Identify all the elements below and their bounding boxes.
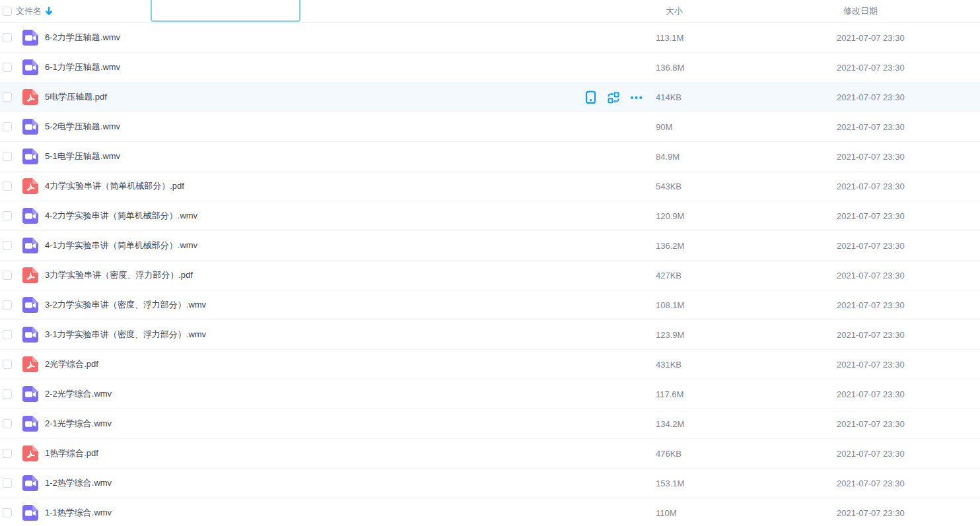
- file-name-link[interactable]: 2-1光学综合.wmv: [45, 418, 112, 430]
- table-row[interactable]: 6-2力学压轴题.wmv: [0, 23, 980, 53]
- file-size: 136.8M: [656, 63, 684, 73]
- file-date: 2021-07-07 23:30: [837, 211, 905, 221]
- file-size: 120.9M: [656, 211, 684, 221]
- video-file-icon: [22, 118, 39, 135]
- table-row[interactable]: 4-1力学实验串讲（简单机械部分）.wmv: [0, 231, 980, 261]
- column-header-size[interactable]: 大小: [666, 5, 683, 17]
- table-row[interactable]: 3力学实验串讲（密度、浮力部分）.pdf: [0, 261, 980, 290]
- file-list-page: 文件名 大小 修改日期 6-2力学压轴题.wmv: [0, 0, 980, 526]
- file-size: 113.1M: [656, 33, 683, 43]
- file-size: 110M: [656, 508, 677, 518]
- file-name-link[interactable]: 1-1热学综合.wmv: [45, 507, 112, 519]
- file-name-link[interactable]: 1-2热学综合.wmv: [45, 477, 112, 489]
- row-actions: [584, 82, 643, 112]
- table-row[interactable]: 1-2热学综合.wmv: [0, 469, 980, 498]
- pdf-file-icon: [22, 88, 39, 106]
- row-checkbox[interactable]: [3, 449, 12, 458]
- file-date: 2021-07-07 23:30: [837, 300, 905, 310]
- file-name-link[interactable]: 5-2电学压轴题.wmv: [45, 121, 120, 133]
- file-name-link[interactable]: 3力学实验串讲（密度、浮力部分）.pdf: [45, 269, 193, 281]
- row-checkbox[interactable]: [3, 92, 12, 102]
- file-size: 414KB: [656, 92, 682, 102]
- video-file-icon: [22, 29, 39, 46]
- file-name-link[interactable]: 2-2光学综合.wmv: [45, 388, 112, 400]
- pdf-file-icon: [22, 445, 39, 462]
- file-name-link[interactable]: 6-2力学压轴题.wmv: [45, 32, 120, 44]
- table-row[interactable]: 1-1热学综合.wmv: [0, 498, 980, 526]
- file-name-link[interactable]: 6-1力学压轴题.wmv: [45, 61, 120, 73]
- table-row[interactable]: 5-2电学压轴题.wmv: [0, 112, 980, 142]
- file-size: 543KB: [656, 181, 682, 191]
- pdf-file-icon: [22, 178, 39, 195]
- video-file-icon: [22, 207, 39, 224]
- file-size: 90M: [656, 122, 672, 132]
- select-all-checkbox[interactable]: [3, 7, 12, 16]
- row-checkbox[interactable]: [3, 389, 12, 399]
- inline-rename-input[interactable]: [151, 0, 300, 22]
- phone-icon[interactable]: [584, 91, 597, 104]
- row-checkbox[interactable]: [3, 508, 12, 517]
- row-checkbox[interactable]: [3, 63, 12, 72]
- transfer-icon[interactable]: [607, 91, 620, 104]
- row-checkbox[interactable]: [3, 181, 12, 191]
- table-row[interactable]: 3-1力学实验串讲（密度、浮力部分）.wmv: [0, 320, 980, 350]
- row-checkbox[interactable]: [3, 211, 12, 220]
- file-name-link[interactable]: 3-1力学实验串讲（密度、浮力部分）.wmv: [45, 329, 206, 341]
- table-row[interactable]: 4力学实验串讲（简单机械部分）.pdf: [0, 172, 980, 201]
- video-file-icon: [22, 415, 39, 432]
- row-checkbox[interactable]: [3, 33, 12, 42]
- file-date: 2021-07-07 23:30: [837, 330, 905, 340]
- video-file-icon: [22, 475, 39, 492]
- file-date: 2021-07-07 23:30: [837, 63, 905, 73]
- table-row[interactable]: 6-1力学压轴题.wmv: [0, 53, 980, 82]
- video-file-icon: [22, 237, 39, 254]
- file-size: 427KB: [656, 271, 682, 280]
- column-header-filename[interactable]: 文件名: [16, 5, 42, 17]
- column-header-date[interactable]: 修改日期: [843, 5, 878, 17]
- video-file-icon: [22, 296, 39, 313]
- row-checkbox[interactable]: [3, 360, 12, 369]
- file-name-link[interactable]: 3-2力学实验串讲（密度、浮力部分）.wmv: [45, 299, 206, 311]
- file-size: 123.9M: [656, 330, 684, 340]
- file-size: 431KB: [656, 360, 682, 370]
- file-date: 2021-07-07 23:30: [837, 152, 905, 162]
- file-name-link[interactable]: 4-2力学实验串讲（简单机械部分）.wmv: [45, 210, 197, 222]
- pdf-file-icon: [22, 267, 39, 284]
- row-checkbox[interactable]: [3, 152, 12, 161]
- table-row[interactable]: 3-2力学实验串讲（密度、浮力部分）.wmv: [0, 290, 980, 320]
- table-row[interactable]: 5电学压轴题.pdf: [0, 82, 980, 112]
- file-name-link[interactable]: 4-1力学实验串讲（简单机械部分）.wmv: [45, 240, 197, 251]
- file-name-link[interactable]: 2光学综合.pdf: [45, 358, 98, 370]
- table-header: 文件名 大小 修改日期: [0, 0, 980, 23]
- file-size: 476KB: [656, 449, 682, 459]
- table-row[interactable]: 5-1电学压轴题.wmv: [0, 142, 980, 172]
- row-checkbox[interactable]: [3, 330, 12, 339]
- file-date: 2021-07-07 23:30: [837, 181, 905, 191]
- video-file-icon: [22, 326, 39, 343]
- row-checkbox[interactable]: [3, 241, 12, 250]
- file-date: 2021-07-07 23:30: [837, 419, 905, 429]
- row-checkbox[interactable]: [3, 122, 12, 131]
- table-row[interactable]: 2光学综合.pdf: [0, 350, 980, 379]
- file-date: 2021-07-07 23:30: [837, 33, 905, 43]
- file-name-link[interactable]: 4力学实验串讲（简单机械部分）.pdf: [45, 180, 184, 192]
- more-icon[interactable]: [630, 91, 643, 104]
- file-date: 2021-07-07 23:30: [837, 389, 905, 399]
- row-checkbox[interactable]: [3, 478, 12, 488]
- sort-desc-icon[interactable]: [45, 7, 53, 16]
- video-file-icon: [22, 504, 39, 521]
- table-row[interactable]: 1热学综合.pdf: [0, 439, 980, 469]
- file-date: 2021-07-07 23:30: [837, 122, 905, 132]
- table-row[interactable]: 4-2力学实验串讲（简单机械部分）.wmv: [0, 201, 980, 231]
- file-size: 136.2M: [656, 241, 684, 251]
- row-checkbox[interactable]: [3, 419, 12, 428]
- row-checkbox[interactable]: [3, 300, 12, 310]
- file-name-link[interactable]: 5-1电学压轴题.wmv: [45, 150, 120, 162]
- table-row[interactable]: 2-1光学综合.wmv: [0, 409, 980, 439]
- file-name-link[interactable]: 1热学综合.pdf: [45, 447, 98, 459]
- video-file-icon: [22, 59, 39, 76]
- table-row[interactable]: 2-2光学综合.wmv: [0, 379, 980, 409]
- file-name-link[interactable]: 5电学压轴题.pdf: [45, 91, 107, 103]
- file-size: 117.6M: [656, 389, 683, 399]
- row-checkbox[interactable]: [3, 271, 12, 280]
